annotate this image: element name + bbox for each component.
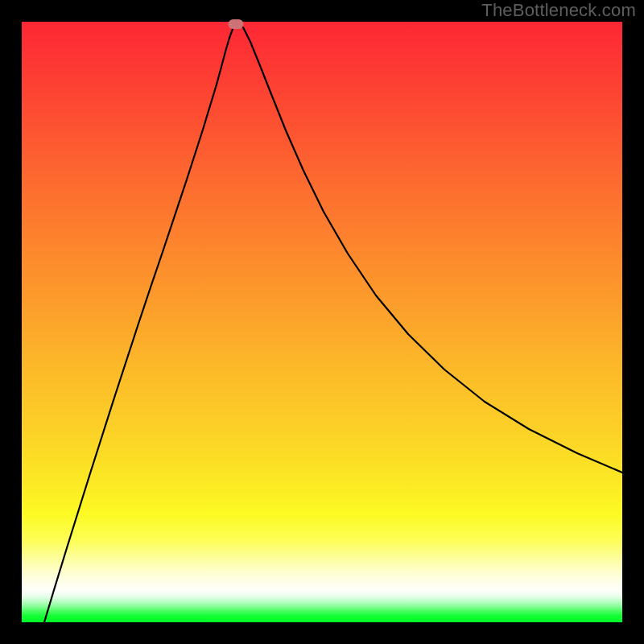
watermark-text: TheBottleneck.com	[481, 0, 636, 21]
chart-frame: TheBottleneck.com	[0, 0, 644, 644]
optimum-marker	[229, 19, 244, 29]
bottleneck-curve	[22, 22, 622, 622]
plot-area	[22, 22, 622, 622]
